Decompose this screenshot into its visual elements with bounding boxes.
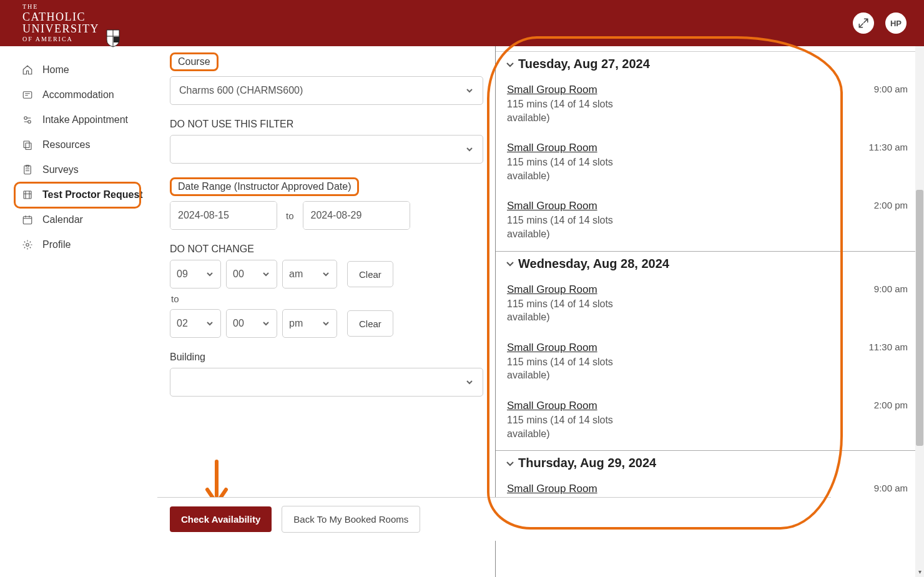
sidebar-item-label: Profile xyxy=(42,239,71,250)
clear-time-from-button[interactable]: Clear xyxy=(347,261,393,287)
svg-rect-4 xyxy=(24,141,29,148)
day-header[interactable]: Wednesday, Aug 28, 2024 xyxy=(496,251,924,276)
chevron-down-icon xyxy=(205,319,214,328)
course-label: Course xyxy=(170,52,219,71)
sidebar-item-label: Test Proctor Request xyxy=(42,189,143,200)
svg-point-2 xyxy=(24,117,27,120)
logo-line-2: CATHOLIC xyxy=(22,11,99,23)
slot-detail: 115 mins (14 of 14 slots available) xyxy=(507,413,632,440)
course-select[interactable]: Charms 600 (CHARMS600) xyxy=(170,76,483,105)
sidebar-item-resources[interactable]: Resources xyxy=(0,132,157,157)
logo-line-3: UNIVERSITY xyxy=(22,23,99,35)
svg-point-10 xyxy=(26,244,29,247)
slot-time: 9:00 am xyxy=(874,84,908,94)
chevron-down-icon xyxy=(465,145,474,154)
day-title: Wednesday, Aug 28, 2024 xyxy=(518,257,669,271)
chevron-down-icon xyxy=(322,270,330,279)
sidebar-item-label: Intake Appointment xyxy=(42,114,128,126)
chevron-down-icon xyxy=(504,258,516,269)
intake-icon xyxy=(21,114,34,126)
brand-logo: THE CATHOLIC UNIVERSITY OF AMERICA xyxy=(22,4,120,43)
sidebar-item-label: Home xyxy=(42,64,69,76)
sidebar-item-label: Resources xyxy=(42,139,90,150)
sidebar-nav: Home Accommodation Intake Appointment Re… xyxy=(0,46,157,577)
date-from-input[interactable] xyxy=(170,202,277,229)
to-separator: to xyxy=(286,210,294,221)
slot-time: 2:00 pm xyxy=(874,200,908,210)
sidebar-item-home[interactable]: Home xyxy=(0,57,157,82)
date-to-input[interactable] xyxy=(303,202,410,229)
slot-row: Small Group Room115 mins (14 of 14 slots… xyxy=(496,192,924,250)
action-bar: Check Availability Back To My Booked Roo… xyxy=(157,497,831,541)
shield-icon xyxy=(106,29,120,47)
top-header: THE CATHOLIC UNIVERSITY OF AMERICA HP xyxy=(0,0,924,46)
surveys-icon xyxy=(21,164,34,176)
sidebar-item-label: Surveys xyxy=(42,164,79,175)
slot-detail: 115 mins (14 of 14 slots available) xyxy=(507,355,632,382)
slot-detail: 115 mins (14 of 14 slots available) xyxy=(507,297,632,324)
sidebar-item-intake[interactable]: Intake Appointment xyxy=(0,107,157,132)
slot-room-link[interactable]: Small Group Room xyxy=(507,200,632,212)
time-to-hour[interactable]: 02 xyxy=(170,309,221,338)
slot-row: Small Group Room115 mins (14 of 14 slots… xyxy=(496,76,924,134)
slot-time: 9:00 am xyxy=(874,483,908,493)
chevron-down-icon xyxy=(465,86,474,95)
date-to-field[interactable] xyxy=(303,201,410,230)
filter-label: DO NOT USE THIS FILTER xyxy=(170,119,483,130)
day-title: Tuesday, Aug 27, 2024 xyxy=(518,57,650,71)
time-from-hour[interactable]: 09 xyxy=(170,260,221,288)
time-from-min[interactable]: 00 xyxy=(226,260,277,288)
slot-room-link[interactable]: Small Group Room xyxy=(507,84,632,96)
date-from-field[interactable] xyxy=(170,201,277,230)
scrollbar-thumb[interactable] xyxy=(916,190,923,446)
scroll-down-icon[interactable]: ▾ xyxy=(915,568,924,577)
calendar-icon xyxy=(21,214,34,226)
avatar[interactable]: HP xyxy=(885,12,907,34)
logo-line-4: OF AMERICA xyxy=(22,36,99,43)
chevron-down-icon xyxy=(465,378,474,387)
svg-rect-5 xyxy=(26,143,31,150)
proctor-icon xyxy=(21,189,34,201)
time-to-min[interactable]: 00 xyxy=(226,309,277,338)
time-from-ampm[interactable]: am xyxy=(282,260,337,288)
check-availability-button[interactable]: Check Availability xyxy=(170,506,272,532)
filter-select[interactable] xyxy=(170,135,483,164)
sidebar-item-label: Calendar xyxy=(42,214,83,225)
slot-room-link[interactable]: Small Group Room xyxy=(507,400,632,412)
day-header[interactable]: Thursday, Aug 29, 2024 xyxy=(496,450,924,475)
slot-time: 11:30 am xyxy=(868,342,908,352)
slot-room-link[interactable]: Small Group Room xyxy=(507,483,597,495)
slot-room-link[interactable]: Small Group Room xyxy=(507,142,632,154)
time-to-ampm[interactable]: pm xyxy=(282,309,337,338)
slot-room-link[interactable]: Small Group Room xyxy=(507,284,632,296)
building-select[interactable] xyxy=(170,368,483,397)
back-to-booked-button[interactable]: Back To My Booked Rooms xyxy=(282,506,420,533)
day-title: Thursday, Aug 29, 2024 xyxy=(518,456,656,470)
expand-icon[interactable] xyxy=(853,12,874,34)
day-header[interactable]: Tuesday, Aug 27, 2024 xyxy=(496,51,924,76)
slot-time: 11:30 am xyxy=(868,142,908,152)
sidebar-item-profile[interactable]: Profile xyxy=(0,232,157,257)
svg-rect-0 xyxy=(114,37,119,42)
clear-time-to-button[interactable]: Clear xyxy=(347,310,393,337)
slot-time: 9:00 am xyxy=(874,284,908,294)
sidebar-item-calendar[interactable]: Calendar xyxy=(0,207,157,232)
building-label: Building xyxy=(170,352,483,363)
to-separator: to xyxy=(171,293,483,304)
nochange-label: DO NOT CHANGE xyxy=(170,244,483,255)
slot-detail: 115 mins (14 of 14 slots available) xyxy=(507,214,632,240)
sidebar-item-proctor[interactable]: Test Proctor Request xyxy=(0,182,157,207)
chevron-down-icon xyxy=(205,270,214,279)
scrollbar[interactable]: ▾ xyxy=(915,46,924,577)
avatar-initials: HP xyxy=(890,19,902,28)
sidebar-item-accommodation[interactable]: Accommodation xyxy=(0,82,157,107)
slot-room-link[interactable]: Small Group Room xyxy=(507,342,632,354)
svg-rect-9 xyxy=(23,217,32,224)
svg-rect-7 xyxy=(26,165,29,167)
resources-icon xyxy=(21,139,34,151)
chevron-down-icon xyxy=(504,458,516,469)
sidebar-item-surveys[interactable]: Surveys xyxy=(0,157,157,182)
slot-row: Small Group Room115 mins (14 of 14 slots… xyxy=(496,392,924,450)
course-value: Charms 600 (CHARMS600) xyxy=(179,85,303,96)
accommodation-icon xyxy=(21,89,34,101)
